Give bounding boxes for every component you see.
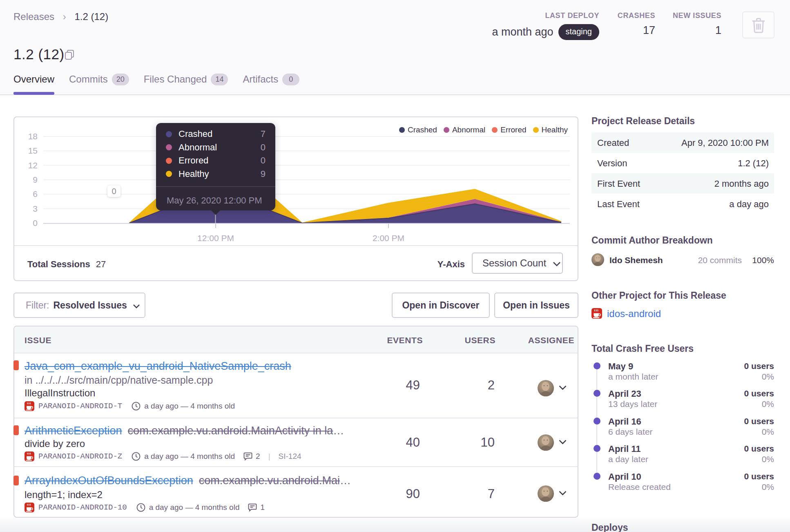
svg-text:9: 9 — [33, 175, 38, 184]
svg-text:12:00 PM: 12:00 PM — [197, 233, 234, 243]
svg-text:18: 18 — [28, 132, 38, 141]
svg-text:0: 0 — [33, 218, 38, 228]
svg-text:3: 3 — [33, 204, 38, 213]
svg-text:6: 6 — [33, 189, 38, 199]
svg-text:15: 15 — [28, 146, 38, 155]
svg-text:12: 12 — [28, 161, 38, 170]
svg-text:2:00 PM: 2:00 PM — [373, 233, 404, 243]
